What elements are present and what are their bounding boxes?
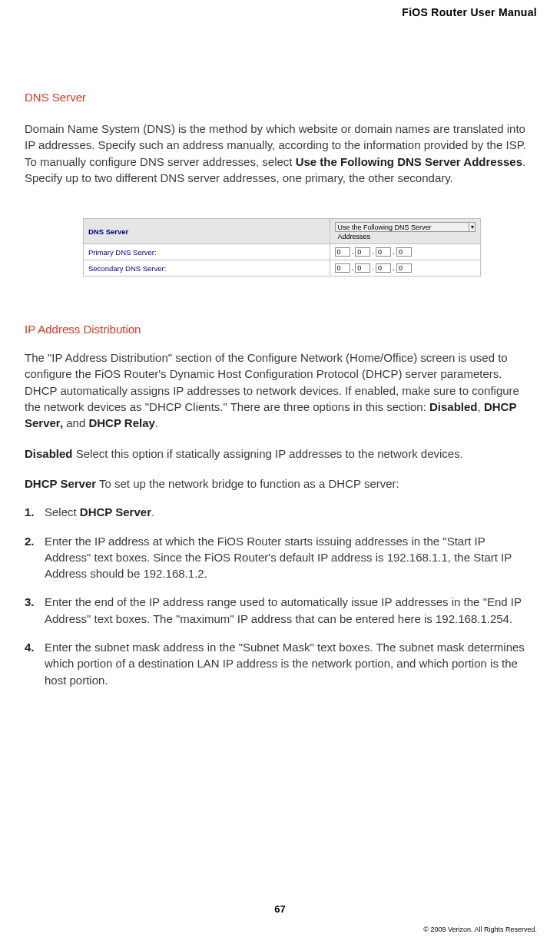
steps-list: 1. Select DHCP Server. 2. Enter the IP a… <box>25 504 532 688</box>
ipd-sep2: and <box>63 416 88 429</box>
dns-mode-select[interactable]: Use the Following DNS Server Addresses <box>335 222 476 232</box>
ip-dot: . <box>350 247 356 256</box>
secondary-dns-label: Secondary DNS Server: <box>84 260 330 277</box>
ip-dot: . <box>350 263 356 272</box>
table-header-row: DNS Server Use the Following DNS Server … <box>84 219 481 244</box>
disabled-text: Select this option if statically assigni… <box>73 447 463 460</box>
dns-para-1: Domain Name System (DNS) is the method b… <box>25 121 532 154</box>
dns-table: DNS Server Use the Following DNS Server … <box>83 218 481 277</box>
step1-pre: Select <box>45 505 80 518</box>
disabled-block: Disabled Select this option if staticall… <box>25 446 532 462</box>
disabled-label: Disabled <box>25 447 73 460</box>
ip-dot: . <box>370 263 376 272</box>
list-item: 1. Select DHCP Server. <box>25 504 532 520</box>
dhcp-text: To set up the network bridge to function… <box>96 477 399 490</box>
step-num: 3. <box>25 594 45 610</box>
ip-octet-input[interactable]: 0 <box>396 247 412 257</box>
ip-dot: . <box>391 263 396 272</box>
primary-dns-value: 0.0.0.0 <box>330 244 480 260</box>
primary-dns-label: Primary DNS Server: <box>84 244 330 260</box>
dns-table-wrap: DNS Server Use the Following DNS Server … <box>83 218 481 277</box>
ipd-b1: Disabled <box>429 400 478 413</box>
list-item: 3. Enter the end of the IP address range… <box>25 594 532 627</box>
ipd-heading: IP Address Distribution <box>25 323 532 336</box>
manual-title: FiOS Router User Manual <box>402 6 537 18</box>
dhcp-block: DHCP Server To set up the network bridge… <box>25 475 532 492</box>
dns-heading: DNS Server <box>25 91 532 104</box>
copyright: © 2009 Verizon. All Rights Reserved. <box>423 926 537 933</box>
ip-octet-input[interactable]: 0 <box>355 263 370 273</box>
ip-dot: . <box>391 247 396 256</box>
step-text: Enter the IP address at which the FiOS R… <box>45 533 532 582</box>
step-num: 4. <box>25 639 45 655</box>
table-row: Primary DNS Server: 0.0.0.0 <box>84 244 481 260</box>
ipd-para: The "IP Address Distribution" section of… <box>25 349 532 431</box>
ip-octet-input[interactable]: 0 <box>376 247 391 257</box>
dhcp-label: DHCP Server <box>25 477 96 490</box>
list-item: 2. Enter the IP address at which the FiO… <box>25 533 532 582</box>
step-text: Enter the subnet mask address in the "Su… <box>45 639 532 688</box>
table-row: Secondary DNS Server: 0.0.0.0 <box>84 260 481 277</box>
dns-hdr-label: DNS Server <box>84 219 330 244</box>
ipd-end: . <box>155 416 158 429</box>
ipd-sep1: , <box>478 400 484 413</box>
step1-bold: DHCP Server <box>80 505 151 518</box>
dns-para2-bold: Use the Following DNS Server Addresses <box>296 155 522 168</box>
dns-para-2: To manually configure DNS server address… <box>25 154 532 187</box>
step1-post: . <box>151 505 154 518</box>
ip-octet-input[interactable]: 0 <box>396 263 412 273</box>
step-num: 2. <box>25 533 45 549</box>
dns-para2-a: To manually configure DNS server address… <box>25 155 296 168</box>
secondary-dns-value: 0.0.0.0 <box>330 260 480 277</box>
primary-ip-group: 0.0.0.0 <box>335 247 476 257</box>
ip-dot: . <box>370 247 376 256</box>
list-item: 4. Enter the subnet mask address in the … <box>25 639 532 688</box>
ip-octet-input[interactable]: 0 <box>335 247 350 257</box>
step-text: Select DHCP Server. <box>45 504 532 520</box>
step-num: 1. <box>25 504 45 520</box>
page-number: 67 <box>0 903 560 915</box>
ip-octet-input[interactable]: 0 <box>335 263 350 273</box>
page-content: DNS Server Domain Name System (DNS) is t… <box>25 91 532 701</box>
secondary-ip-group: 0.0.0.0 <box>335 263 476 273</box>
ip-octet-input[interactable]: 0 <box>355 247 370 257</box>
dns-hdr-select-cell: Use the Following DNS Server Addresses <box>330 219 480 244</box>
ipd-b3: DHCP Relay <box>88 416 154 429</box>
step-text: Enter the end of the IP address range us… <box>45 594 532 627</box>
ip-octet-input[interactable]: 0 <box>376 263 391 273</box>
